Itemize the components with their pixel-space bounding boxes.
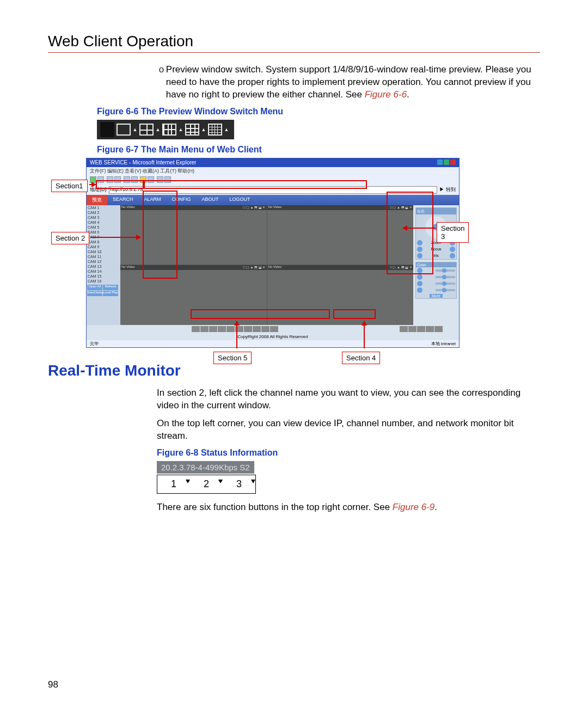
iris-label: Iris — [433, 254, 438, 257]
iris-minus-button[interactable] — [417, 253, 422, 259]
cam-item[interactable]: CAM 16 — [87, 279, 120, 284]
tab-alarm[interactable]: ALARM — [139, 195, 167, 205]
color-header: Color — [416, 262, 456, 267]
page-title: Web Client Operation — [48, 33, 540, 50]
close-icon — [450, 159, 456, 165]
video-cell-controls[interactable]: □ ▢ ▲ ⬒ ⬓ ✕ — [243, 205, 266, 210]
cam-list-buttons: Open All Refresh StartDialog Local Play — [87, 284, 120, 297]
content-body: o Preview window switch. System support … — [157, 64, 540, 514]
video-cell-title: No Video — [121, 205, 135, 210]
layout-9-window[interactable]: ▲ — [185, 124, 207, 136]
marker-2: 2 — [190, 475, 223, 493]
cam-item[interactable]: CAM 7 — [87, 235, 120, 240]
mail-icon — [157, 176, 163, 183]
bullet-text-a: Preview window switch. System support 1/… — [166, 64, 531, 100]
browser-statusbar: 完华 本地 Intranet — [87, 340, 459, 347]
figure-ref-66: Figure 6-6 — [365, 89, 407, 100]
cam-item[interactable]: CAM 11 — [87, 254, 120, 259]
status-info-sample: 20.2.3.78-4-499Kbps S2 — [157, 461, 254, 474]
video-cell[interactable]: No Video□ ▢ ▲ ⬒ ⬓ ✕ — [120, 265, 267, 325]
more-button[interactable]: More — [430, 294, 443, 298]
layout-16-window[interactable]: ▲ — [208, 124, 230, 136]
refresh-button[interactable]: Refresh — [103, 285, 118, 290]
cam-item[interactable]: CAM 2 — [87, 210, 120, 215]
focus-minus-button[interactable] — [417, 247, 422, 252]
figure-6-8-caption: Figure 6-8 Status Information — [157, 448, 540, 458]
cam-item[interactable]: CAM 14 — [87, 269, 120, 274]
tab-config[interactable]: CONFIG — [167, 195, 197, 205]
cam-item[interactable]: CAM 1 — [87, 205, 120, 210]
back-icon — [90, 176, 96, 183]
hue-slider[interactable] — [436, 289, 455, 291]
video-cell-controls[interactable]: □ ▢ ▲ ⬒ ⬓ ✕ — [390, 265, 412, 270]
startdialog-button[interactable]: StartDialog — [87, 291, 102, 296]
section5-toolbar[interactable] — [87, 325, 383, 333]
cam-item[interactable]: CAM 10 — [87, 249, 120, 254]
section4-toolbar[interactable] — [383, 325, 459, 333]
cam-item[interactable]: CAM 8 — [87, 240, 120, 244]
tab-search[interactable]: SEARCH — [107, 195, 139, 205]
label-section5: Section 5 — [213, 352, 252, 364]
page-number: 98 — [48, 679, 58, 690]
hue-icon — [417, 287, 422, 293]
refresh-icon — [114, 176, 121, 183]
tab-preview[interactable]: 预览 — [87, 195, 107, 205]
marker-1: 1 — [157, 475, 190, 493]
cam-item[interactable]: CAM 13 — [87, 264, 120, 269]
print-icon — [164, 176, 171, 183]
video-cell-controls[interactable]: □ ▢ ▲ ⬒ ⬓ ✕ — [243, 265, 266, 270]
cam-item[interactable]: CAM 5 — [87, 225, 120, 230]
brightness-slider[interactable] — [436, 269, 455, 272]
tab-logout[interactable]: LOGOUT — [224, 195, 256, 205]
app-body: CAM 1 CAM 2 CAM 3 CAM 4 CAM 5 CAM 6 CAM … — [87, 205, 459, 325]
label-section2: Section 2 — [51, 232, 89, 244]
layout-8-window[interactable]: ▲ — [162, 124, 184, 136]
layout-4-window[interactable]: ▲ — [139, 124, 161, 136]
cam-item[interactable]: CAM 6 — [87, 230, 120, 235]
address-bar[interactable]: http://10.5.1.78 — [109, 186, 438, 194]
realtime-monitor-heading: Real-Time Monitor — [48, 362, 540, 379]
browser-menubar[interactable]: 文件(F) 编辑(E) 查看(V) 收藏(A) 工具(T) 帮助(H) — [87, 167, 459, 175]
app-copyright: CopyRight 2008 All Rights Reserved — [87, 333, 459, 340]
figure-ref-69: Figure 6-9 — [393, 502, 434, 512]
go-button[interactable]: ▶ 转到 — [439, 186, 456, 193]
rtm-para-2: On the top left corner, you can view dev… — [157, 418, 540, 443]
label-section3: Section 3 — [437, 222, 469, 243]
address-label: 地址(D) — [90, 186, 107, 193]
cam-item[interactable]: CAM 9 — [87, 244, 120, 249]
preview-window-switch-menu: ▲ ▲ ▲ ▲ ▲ — [97, 120, 234, 139]
preview-bullet: o Preview window switch. System support … — [157, 64, 540, 101]
browser-toolbar[interactable] — [87, 175, 459, 185]
video-cell[interactable]: No Video□ ▢ ▲ ⬒ ⬓ ✕ — [267, 205, 414, 265]
status-right: 本地 Intranet — [431, 341, 456, 347]
video-cell[interactable]: No Video□ ▢ ▲ ⬒ ⬓ ✕ — [120, 205, 267, 265]
focus-label: Focus — [431, 247, 441, 251]
tab-about[interactable]: ABOUT — [197, 195, 224, 205]
focus-plus-button[interactable] — [450, 247, 455, 252]
cam-item[interactable]: CAM 3 — [87, 215, 120, 220]
home-icon — [124, 176, 130, 183]
contrast-icon — [417, 274, 422, 280]
camera-list: CAM 1 CAM 2 CAM 3 CAM 4 CAM 5 CAM 6 CAM … — [87, 205, 120, 325]
ptz-header: 云台 — [416, 208, 456, 214]
cam-item[interactable]: CAM 15 — [87, 274, 120, 279]
maximize-icon — [444, 159, 449, 165]
window-controls[interactable] — [436, 159, 456, 166]
cam-item[interactable]: CAM 12 — [87, 259, 120, 264]
zoom-minus-button[interactable] — [417, 240, 422, 245]
cam-item[interactable]: CAM 4 — [87, 220, 120, 225]
video-cell[interactable]: No Video□ ▢ ▲ ⬒ ⬓ ✕ — [267, 265, 414, 325]
open-all-button[interactable]: Open All — [87, 285, 102, 290]
video-cell-title: No Video — [121, 265, 135, 270]
localplay-button[interactable]: Local Play — [103, 291, 118, 296]
figure-6-8: 20.2.3.78-4-499Kbps S2 1 2 3 — [157, 461, 540, 494]
label-section4: Section 4 — [342, 352, 380, 364]
layout-1-window[interactable]: ▲ — [117, 124, 138, 136]
contrast-slider[interactable] — [436, 276, 455, 278]
iris-plus-button[interactable] — [450, 253, 455, 259]
window-titlebar: WEB SERVICE - Microsoft Internet Explore… — [87, 158, 459, 167]
saturation-slider[interactable] — [436, 283, 455, 285]
video-cell-title: No Video — [268, 205, 282, 210]
video-cell-controls[interactable]: □ ▢ ▲ ⬒ ⬓ ✕ — [390, 205, 412, 210]
search-icon — [131, 176, 138, 183]
